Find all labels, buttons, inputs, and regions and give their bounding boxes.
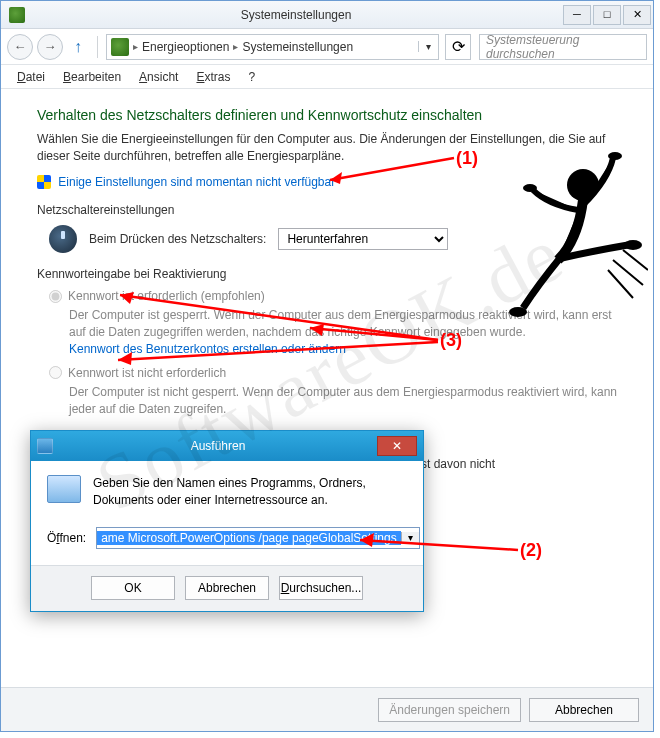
password-section-label: Kennworteingabe bei Reaktivierung — [37, 267, 617, 281]
menu-bar: Datei Bearbeiten Ansicht Extras ? — [1, 65, 653, 89]
run-browse-button[interactable]: Durchsuchen... — [279, 576, 363, 600]
power-section-label: Netzschaltereinstellungen — [37, 203, 617, 217]
power-button-row: Beim Drücken des Netzschalters: Herunter… — [49, 225, 617, 253]
menu-extras[interactable]: Extras — [188, 68, 238, 86]
run-message: Geben Sie den Namen eines Programms, Ord… — [93, 475, 407, 509]
unavailable-text: Einige Einstellungen sind momentan nicht… — [58, 175, 335, 189]
run-cancel-button[interactable]: Abbrechen — [185, 576, 269, 600]
footer-bar: Änderungen speichern Abbrechen — [1, 687, 653, 731]
maximize-button[interactable]: □ — [593, 5, 621, 25]
run-open-label: Öffnen: — [47, 531, 86, 545]
radio1-label: Kennwort ist erforderlich (empfohlen) — [68, 289, 265, 303]
breadcrumb-icon — [111, 38, 129, 56]
password-radio-group: Kennwort ist erforderlich (empfohlen) De… — [49, 289, 617, 417]
power-action-label: Beim Drücken des Netzschalters: — [89, 232, 266, 246]
minimize-button[interactable]: ─ — [563, 5, 591, 25]
refresh-icon: ⟳ — [452, 37, 465, 56]
menu-help[interactable]: ? — [241, 68, 264, 86]
crumb-settings[interactable]: Systemeinstellungen — [238, 40, 357, 54]
run-open-combobox[interactable]: ame Microsoft.PowerOptions /page pageGlo… — [96, 527, 420, 549]
run-titlebar[interactable]: Ausführen ✕ — [31, 431, 423, 461]
menu-file[interactable]: Datei — [9, 68, 53, 86]
run-title: Ausführen — [59, 439, 377, 453]
run-title-icon — [37, 438, 53, 454]
breadcrumb[interactable]: ▸ Energieoptionen ▸ Systemeinstellungen … — [106, 34, 439, 60]
radio2-label: Kennwort ist nicht erforderlich — [68, 366, 226, 380]
close-button[interactable]: ✕ — [623, 5, 651, 25]
nav-bar: ← → ↑ ▸ Energieoptionen ▸ Systemeinstell… — [1, 29, 653, 65]
menu-view[interactable]: Ansicht — [131, 68, 186, 86]
titlebar[interactable]: Systemeinstellungen ─ □ ✕ — [1, 1, 653, 29]
power-action-select[interactable]: Herunterfahren — [278, 228, 448, 250]
refresh-button[interactable]: ⟳ — [445, 34, 471, 60]
create-password-link[interactable]: Kennwort des Benutzerkontos erstellen od… — [69, 342, 346, 356]
search-placeholder: Systemsteuerung durchsuchen — [486, 33, 640, 61]
power-icon — [49, 225, 77, 253]
content-area: Verhalten des Netzschalters definieren u… — [1, 89, 653, 483]
run-ok-button[interactable]: OK — [91, 576, 175, 600]
page-heading: Verhalten des Netzschalters definieren u… — [37, 107, 617, 123]
run-dialog[interactable]: Ausführen ✕ Geben Sie den Namen eines Pr… — [30, 430, 424, 612]
shield-icon — [37, 175, 51, 189]
up-button[interactable]: ↑ — [67, 36, 89, 58]
menu-edit[interactable]: Bearbeiten — [55, 68, 129, 86]
forward-button[interactable]: → — [37, 34, 63, 60]
save-button[interactable]: Änderungen speichern — [378, 698, 521, 722]
run-close-button[interactable]: ✕ — [377, 436, 417, 456]
nav-separator — [97, 36, 98, 58]
radio1-description: Der Computer ist gesperrt. Wenn der Comp… — [69, 307, 617, 357]
unavailable-link[interactable]: Einige Einstellungen sind momentan nicht… — [37, 175, 617, 190]
page-description: Wählen Sie die Energieeinstellungen für … — [37, 131, 617, 165]
crumb-energy[interactable]: Energieoptionen — [138, 40, 233, 54]
system-icon — [9, 7, 25, 23]
run-icon — [47, 475, 81, 503]
system-settings-window: Systemeinstellungen ─ □ ✕ ← → ↑ ▸ Energi… — [0, 0, 654, 732]
back-button[interactable]: ← — [7, 34, 33, 60]
crumb-dropdown[interactable]: ▾ — [418, 41, 438, 52]
radio-password-not-required[interactable] — [49, 366, 62, 379]
cancel-button[interactable]: Abbrechen — [529, 698, 639, 722]
window-title: Systemeinstellungen — [31, 8, 561, 22]
run-footer: OK Abbrechen Durchsuchen... — [31, 565, 423, 611]
chevron-down-icon[interactable]: ▾ — [401, 532, 419, 543]
radio2-description: Der Computer ist nicht gesperrt. Wenn de… — [69, 384, 617, 418]
run-open-value: ame Microsoft.PowerOptions /page pageGlo… — [97, 531, 401, 545]
search-input[interactable]: Systemsteuerung durchsuchen — [479, 34, 647, 60]
radio-password-required[interactable] — [49, 290, 62, 303]
